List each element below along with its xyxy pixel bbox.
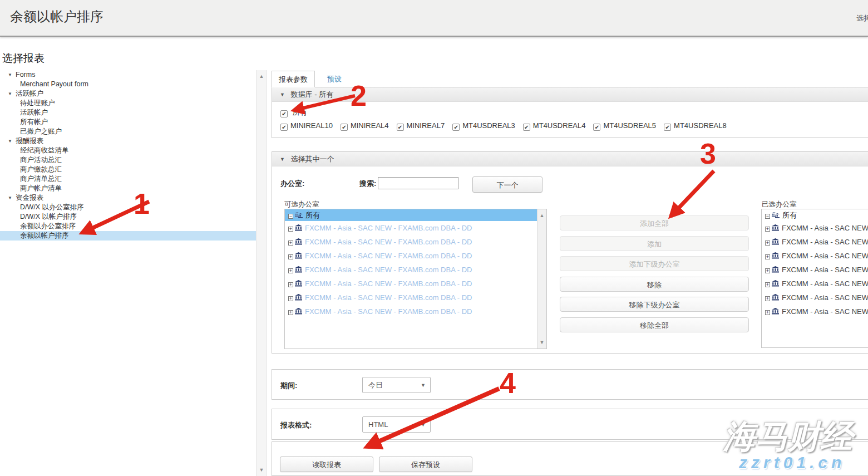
- tree-item[interactable]: 所有帐户: [0, 117, 256, 127]
- expand-box-icon[interactable]: +: [765, 227, 770, 232]
- office-section-header[interactable]: ▼ 选择其中一个: [272, 152, 868, 166]
- tree-item[interactable]: 余额以帐户排序: [0, 231, 256, 241]
- collapse-box-icon[interactable]: −: [288, 214, 293, 219]
- expand-box-icon[interactable]: +: [765, 268, 770, 273]
- tree-parent-item[interactable]: ▼报酬报表: [0, 136, 256, 146]
- transfer-button-1: 添加全部: [560, 215, 749, 230]
- database-option: ✔MINIREAL7: [397, 121, 445, 130]
- tree-item[interactable]: D/W/X 以帐户排序: [0, 212, 256, 222]
- tree-item[interactable]: 商户帐户清单: [0, 184, 256, 193]
- database-checkbox[interactable]: ✔: [280, 124, 288, 131]
- format-label: 报表格式:: [280, 420, 312, 430]
- database-checkbox[interactable]: ✔: [452, 124, 460, 131]
- database-checkbox[interactable]: ✔: [397, 124, 404, 131]
- expand-box-icon[interactable]: +: [288, 296, 293, 301]
- tree-item[interactable]: 经纪商收益清单: [0, 146, 256, 155]
- main-scrollbar[interactable]: ▲ ▼: [256, 70, 267, 476]
- collapse-box-icon[interactable]: −: [765, 214, 770, 219]
- tree-item[interactable]: 余额以办公室排序: [0, 222, 256, 231]
- office-item[interactable]: +FXCMM - Asia - SAC NEW - FXAMB.com DBA …: [285, 235, 537, 249]
- search-label: 搜索:: [359, 179, 376, 189]
- tree-item-label: 资金报表: [16, 194, 43, 202]
- load-report-button[interactable]: 读取报表: [280, 457, 373, 472]
- expand-box-icon[interactable]: +: [288, 268, 293, 273]
- expand-box-icon[interactable]: +: [288, 310, 293, 315]
- scroll-up-icon[interactable]: ▲: [257, 73, 267, 79]
- database-label: MT4USDREAL4: [533, 121, 586, 130]
- expand-box-icon[interactable]: +: [288, 241, 293, 246]
- tree-parent-item[interactable]: ▼Forms: [0, 70, 256, 80]
- transfer-button-4[interactable]: 移除: [560, 277, 749, 292]
- tree-collapse-icon[interactable]: ▼: [8, 89, 13, 99]
- office-item-label: FXCMM - Asia - SAC NEW -: [782, 266, 868, 274]
- tree-parent-item[interactable]: ▼活跃帐户: [0, 89, 256, 99]
- office-item[interactable]: +FXCMM - Asia - SAC NEW -: [762, 277, 868, 291]
- office-item-label: FXCMM - Asia - SAC NEW - FXAMB.com DBA -…: [305, 224, 472, 232]
- format-select[interactable]: HTML ▼: [362, 416, 431, 433]
- office-item[interactable]: +FXCMM - Asia - SAC NEW -: [762, 235, 868, 249]
- office-root-item[interactable]: −所有: [285, 209, 537, 221]
- database-option: ✔MT4USDREAL3: [452, 121, 515, 130]
- bank-icon: [772, 308, 779, 315]
- expand-box-icon[interactable]: +: [288, 227, 293, 232]
- tree-parent-item[interactable]: ▼资金报表: [0, 193, 256, 203]
- office-item[interactable]: +FXCMM - Asia - SAC NEW -: [762, 249, 868, 263]
- expand-box-icon[interactable]: +: [288, 254, 293, 259]
- bank-icon: [772, 252, 779, 259]
- period-select[interactable]: 今日 ▼: [362, 377, 431, 393]
- scroll-down-icon[interactable]: ▼: [537, 340, 546, 345]
- next-button[interactable]: 下一个: [472, 176, 542, 193]
- office-root-item[interactable]: −所有: [762, 209, 868, 221]
- tree-item[interactable]: 商户清单总汇: [0, 174, 256, 184]
- database-label: MINIREAL10: [290, 121, 333, 130]
- office-item[interactable]: +FXCMM - Asia - SAC NEW - FXAMB.com DBA …: [285, 277, 537, 291]
- header-right-link[interactable]: 选择: [856, 13, 868, 23]
- expand-box-icon[interactable]: +: [765, 282, 770, 287]
- office-item[interactable]: +FXCMM - Asia - SAC NEW -: [762, 305, 868, 318]
- chevron-down-icon: ▼: [421, 382, 426, 388]
- available-list-scrollbar[interactable]: ▲ ▼: [537, 209, 546, 349]
- office-label: 办公室:: [280, 179, 304, 189]
- office-item[interactable]: +FXCMM - Asia - SAC NEW -: [762, 291, 868, 305]
- scroll-up-icon[interactable]: ▲: [537, 213, 546, 218]
- save-preset-button[interactable]: 保存预设: [379, 457, 472, 472]
- tree-item-label: 活跃帐户: [20, 109, 48, 116]
- tree-item[interactable]: 已撤户之账户: [0, 127, 256, 136]
- selected-offices-listbox: −所有+FXCMM - Asia - SAC NEW - +FXCMM - As…: [761, 209, 868, 348]
- database-checkbox[interactable]: ✔: [593, 124, 600, 131]
- tab-report-params[interactable]: 报表参数: [272, 71, 315, 87]
- tree-collapse-icon[interactable]: ▼: [8, 193, 13, 203]
- tree-item[interactable]: 商户活动总汇: [0, 155, 256, 165]
- office-item[interactable]: +FXCMM - Asia - SAC NEW - FXAMB.com DBA …: [285, 221, 537, 235]
- database-checkbox[interactable]: ✔: [523, 124, 530, 131]
- tree-item[interactable]: Merchant Payout form: [0, 80, 256, 89]
- tree-item[interactable]: 待处理账户: [0, 99, 256, 108]
- tab-presets[interactable]: 预设: [317, 71, 352, 87]
- tree-item[interactable]: 商户缴款总汇: [0, 165, 256, 174]
- search-input[interactable]: [378, 177, 458, 189]
- database-checkbox[interactable]: ✔: [664, 124, 671, 131]
- tree-collapse-icon[interactable]: ▼: [8, 136, 13, 146]
- office-item[interactable]: +FXCMM - Asia - SAC NEW - FXAMB.com DBA …: [285, 291, 537, 305]
- scroll-down-icon[interactable]: ▼: [257, 467, 267, 473]
- expand-box-icon[interactable]: +: [288, 282, 293, 287]
- transfer-button-5[interactable]: 移除下级办公室: [560, 297, 749, 312]
- tree-item[interactable]: 活跃帐户: [0, 108, 256, 117]
- expand-box-icon[interactable]: +: [765, 310, 770, 315]
- tree-item[interactable]: D/W/X 以办公室排序: [0, 203, 256, 212]
- expand-box-icon[interactable]: +: [765, 296, 770, 301]
- expand-box-icon[interactable]: +: [765, 254, 770, 259]
- all-databases-checkbox[interactable]: ✔: [280, 110, 288, 117]
- database-checkbox[interactable]: ✔: [341, 124, 348, 131]
- tree-collapse-icon[interactable]: ▼: [8, 70, 13, 80]
- office-item[interactable]: +FXCMM - Asia - SAC NEW -: [762, 263, 868, 277]
- office-item[interactable]: +FXCMM - Asia - SAC NEW -: [762, 221, 868, 235]
- office-item[interactable]: +FXCMM - Asia - SAC NEW - FXAMB.com DBA …: [285, 249, 537, 263]
- available-offices-listbox: −所有+FXCMM - Asia - SAC NEW - FXAMB.com D…: [284, 209, 547, 349]
- expand-box-icon[interactable]: +: [765, 241, 770, 246]
- office-item[interactable]: +FXCMM - Asia - SAC NEW - FXAMB.com DBA …: [285, 305, 537, 318]
- select-report-heading: 选择报表: [2, 51, 45, 66]
- office-item[interactable]: +FXCMM - Asia - SAC NEW - FXAMB.com DBA …: [285, 263, 537, 277]
- transfer-button-6[interactable]: 移除全部: [560, 317, 749, 332]
- database-label: MINIREAL7: [407, 121, 445, 130]
